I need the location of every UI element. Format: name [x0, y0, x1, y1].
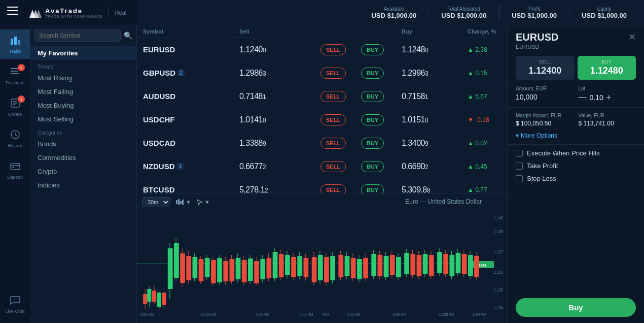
panel-divider — [508, 107, 644, 108]
nav-trade[interactable]: Trade — [0, 29, 30, 59]
svg-rect-91 — [304, 258, 309, 277]
search-icon[interactable]: 🔍 — [124, 31, 132, 40]
symbol-cell-nzdusd: NZDUSD 1 — [143, 162, 239, 171]
svg-rect-123 — [410, 254, 415, 275]
svg-rect-20 — [182, 200, 184, 205]
trade-table: Symbol Sell Buy Change, % EURUSD — [137, 25, 507, 193]
svg-rect-37 — [143, 294, 147, 304]
more-options-link[interactable]: ▾ More Options — [508, 130, 644, 142]
execute-price-label: Execute When Price Hits — [527, 149, 600, 157]
buy-button-gbpusd[interactable]: BUY — [361, 68, 384, 79]
svg-rect-67 — [230, 259, 235, 281]
sell-price-btcusd: 5,278.12 — [239, 185, 320, 194]
lot-decrease-button[interactable]: — — [579, 93, 587, 102]
svg-rect-141 — [468, 255, 473, 276]
panel-symbol-info: EURUSD EURUSD — [516, 31, 558, 50]
sidebar-item-most-buying[interactable]: Most Buying — [30, 99, 136, 112]
nav-trade-label: Trade — [9, 49, 21, 54]
buy-price-gbpusd: 1.29963 — [402, 69, 468, 78]
nav-history-label: History — [8, 143, 22, 148]
nav-deposit-label: Deposit — [7, 175, 23, 180]
chart-svg-area: 1,140 1,139 1,137 1,136 1,135 1,134 — [137, 210, 507, 322]
buy-button-eurusd[interactable]: BUY — [361, 44, 384, 55]
buy-button-nzdusd[interactable]: BUY — [361, 161, 384, 172]
nav-orders[interactable]: 1 Orders — [0, 92, 30, 122]
logo-area: AvaTrade TRADE WITH CONFIDENCE Real — [0, 0, 137, 25]
svg-rect-49 — [174, 243, 179, 278]
sell-button-audusd[interactable]: SELL — [320, 91, 346, 102]
sell-button-usdchf[interactable]: SELL — [320, 114, 346, 125]
sell-button-usdcad[interactable]: SELL — [320, 138, 346, 149]
panel-symbol: EURUSD — [516, 31, 558, 43]
panel-divider-2 — [508, 144, 644, 145]
execute-price-checkbox[interactable] — [516, 150, 523, 157]
buy-button-btcusd[interactable]: BUY — [361, 184, 384, 194]
orders-badge: 1 — [18, 95, 25, 103]
lot-increase-button[interactable]: + — [606, 93, 611, 102]
sidebar-item-favorites[interactable]: My Favorites — [30, 46, 136, 60]
sidebar-item-crypto[interactable]: Crypto — [30, 165, 136, 178]
panel-close-button[interactable]: ✕ — [628, 31, 636, 43]
stat-profit-label: Profit — [528, 6, 540, 12]
svg-rect-95 — [318, 255, 323, 280]
history-icon — [10, 129, 21, 142]
buy-price-nzdusd: 0.66902 — [402, 162, 468, 171]
panel-buy-box[interactable]: BUY 1.12480 — [578, 56, 636, 80]
panel-margin-value-row: Margin Impact, EUR $ 100,050.50 Value, E… — [508, 110, 644, 130]
take-profit-checkbox[interactable] — [516, 163, 523, 170]
nav-positions[interactable]: 3 Positions — [0, 61, 30, 90]
stop-loss-checkbox[interactable] — [516, 175, 523, 182]
sidebar-item-most-falling[interactable]: Most Falling — [30, 85, 136, 99]
nav-history[interactable]: History — [0, 124, 30, 153]
sidebar-item-bonds[interactable]: Bonds — [30, 137, 136, 151]
symbol-cell-gbpusd: GBPUSD 2 — [143, 69, 239, 77]
chart-type-button[interactable]: ▼ — [175, 199, 191, 206]
nav-deposit[interactable]: Deposit — [0, 155, 30, 185]
buy-button-usdchf[interactable]: BUY — [361, 114, 384, 125]
svg-rect-129 — [429, 255, 434, 276]
sell-button-eurusd[interactable]: SELL — [320, 44, 346, 55]
col-buy: Buy — [402, 28, 468, 35]
sidebar-item-most-rising[interactable]: Most Rising — [30, 71, 136, 85]
chart-cursor-button[interactable]: ▼ — [196, 199, 210, 206]
svg-rect-97 — [324, 257, 329, 282]
table-chart-column: Symbol Sell Buy Change, % EURUSD — [137, 25, 507, 323]
search-area: 🔍 — [30, 25, 136, 46]
trade-icon — [10, 35, 21, 47]
svg-rect-77 — [260, 259, 265, 279]
sell-button-nzdusd[interactable]: SELL — [320, 161, 346, 172]
symbol-cell-audusd: AUDUSD — [143, 92, 239, 101]
sidebar-item-indices[interactable]: Indicies — [30, 178, 136, 192]
chart-timeframe-select[interactable]: 30m 1m 5m 1h 4h 1d — [142, 197, 170, 207]
sidebar-cat-categories: Categories — [30, 126, 136, 137]
panel-sell-box[interactable]: SELL 1.12400 — [516, 56, 575, 80]
sell-button-btcusd[interactable]: SELL — [320, 184, 346, 194]
panel-buy-button[interactable]: Buy — [516, 298, 636, 317]
panel-sell-label: SELL — [521, 59, 569, 64]
table-row: USDCAD 1.33889 SELL BUY 1.34009 ▲ 0.02 ⓘ… — [137, 132, 507, 155]
sidebar-item-commodities[interactable]: Commodities — [30, 151, 136, 165]
panel-buy-label: BUY — [583, 59, 631, 64]
buy-button-audusd[interactable]: BUY — [361, 91, 384, 102]
sell-price-gbpusd: 1.29863 — [239, 69, 320, 78]
sell-button-gbpusd[interactable]: SELL — [320, 68, 346, 79]
mode-badge: Real — [115, 10, 127, 16]
change-audusd: ▲ 5.67 — [468, 93, 507, 100]
svg-rect-85 — [285, 255, 290, 275]
symbol-name: BTCUSD — [143, 185, 175, 193]
symbol-name: EURUSD — [143, 45, 175, 54]
search-input[interactable] — [34, 29, 121, 42]
hamburger-menu[interactable] — [7, 7, 18, 15]
panel-lot-field: Lot — 0.10 + — [579, 86, 636, 102]
buy-btn-col: BUY — [361, 44, 402, 55]
positions-badge: 3 — [18, 64, 25, 71]
panel-amount-lot-row: Amount, EUR 10,000 Lot — 0.10 + — [508, 83, 644, 105]
svg-rect-139 — [462, 254, 467, 274]
buy-button-usdcad[interactable]: BUY — [361, 138, 384, 149]
svg-rect-113 — [378, 255, 383, 276]
ava-logo-icon — [27, 7, 44, 19]
symbol-sidebar: 🔍 My Favorites Trends Most Rising Most F… — [30, 25, 137, 323]
sidebar-item-most-selling[interactable]: Most Selling — [30, 112, 136, 126]
nav-livechat[interactable]: Live Chat — [0, 289, 30, 319]
change-gbpusd: ▲ 0.15 — [468, 70, 507, 77]
